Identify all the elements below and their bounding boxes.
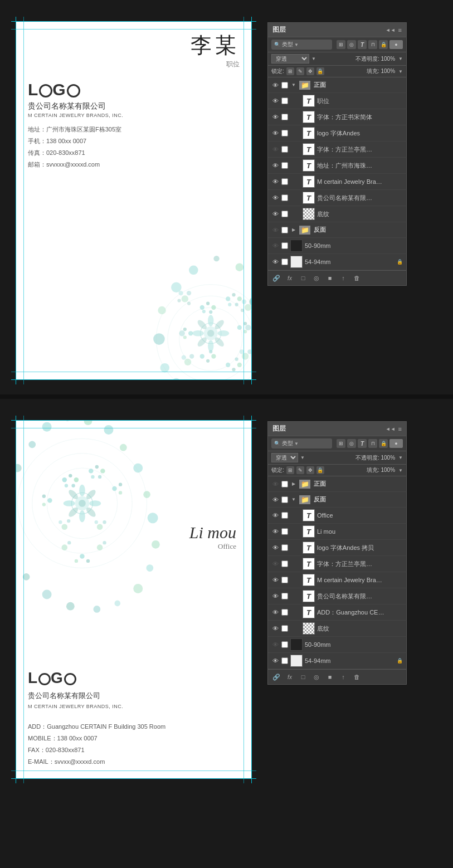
link-icon-2[interactable]: 🔗	[271, 672, 281, 682]
group-arrow-icon[interactable]: ▶	[290, 227, 297, 233]
filter-icon-1[interactable]: ⊞	[337, 40, 345, 49]
layer-item[interactable]: 👁50-90mm	[268, 637, 406, 653]
delete-icon[interactable]: 🗑	[352, 273, 362, 283]
layer-item[interactable]: 👁50-90mm	[268, 238, 406, 254]
layer-checkbox[interactable]	[281, 259, 288, 265]
layer-eye-icon[interactable]: 👁	[271, 608, 279, 616]
layer-item[interactable]: 👁Tlogo 字体Andes 拷贝	[268, 540, 406, 556]
fx-icon[interactable]: fx	[285, 273, 295, 283]
new-layer-icon[interactable]: ↑	[338, 273, 348, 283]
filter-toggle[interactable]: ●	[389, 40, 403, 49]
layer-item[interactable]: 👁底纹	[268, 206, 406, 222]
blend-dropdown-icon-2[interactable]: ▼	[300, 455, 305, 460]
layer-checkbox[interactable]	[281, 609, 288, 616]
layer-item[interactable]: 👁T贵公司名称某有限…	[268, 190, 406, 206]
layer-eye-icon[interactable]: 👁	[271, 496, 279, 504]
layer-item[interactable]: 👁▼📁正面	[268, 77, 406, 93]
group-icon[interactable]: ■	[325, 273, 335, 283]
mask-icon-2[interactable]: □	[298, 672, 308, 682]
delete-icon-2[interactable]: 🗑	[352, 672, 362, 682]
layer-eye-icon[interactable]: 👁	[271, 625, 279, 632]
search-row-2[interactable]: 🔍 类型 ▼	[271, 438, 332, 448]
layer-item[interactable]: 👁TM certain Jewelry Bra…	[268, 174, 406, 190]
layer-eye-icon[interactable]: 👁	[271, 657, 279, 665]
layer-checkbox[interactable]	[281, 178, 288, 185]
filter-dropdown-icon[interactable]: ▼	[294, 42, 299, 47]
filter-icon-2-3[interactable]: ⊓	[368, 439, 377, 448]
layer-eye-icon[interactable]: 👁	[271, 210, 279, 218]
layer-item[interactable]: 👁T地址：广州市海珠…	[268, 158, 406, 174]
layer-eye-icon[interactable]: 👁	[271, 511, 279, 519]
group-arrow-icon[interactable]: ▼	[290, 82, 297, 89]
fill-dropdown-icon[interactable]: ▼	[398, 69, 403, 74]
layer-checkbox[interactable]	[281, 512, 288, 519]
layer-eye-icon[interactable]: 👁	[271, 145, 279, 153]
layer-item[interactable]: 👁T字体：方正兰亭黑…	[268, 556, 406, 572]
new-layer-icon-2[interactable]: ↑	[338, 672, 348, 682]
layer-eye-icon[interactable]: 👁	[271, 81, 279, 89]
group-arrow-icon[interactable]: ▶	[290, 481, 297, 487]
lock-icon-2-3[interactable]: ✥	[306, 466, 314, 474]
layer-eye-icon[interactable]: 👁	[271, 97, 279, 105]
panel-collapse-left[interactable]: ◄◄	[386, 27, 396, 33]
layer-eye-icon[interactable]: 👁	[271, 480, 279, 488]
layer-item[interactable]: 👁▶📁正面	[268, 476, 406, 492]
lock-icon-2[interactable]: ✎	[296, 67, 304, 75]
filter-icon-2-1[interactable]: ⊞	[337, 439, 345, 448]
blend-mode-select-2[interactable]: 穿透 正常	[271, 453, 298, 462]
filter-icon-3[interactable]: ⊓	[368, 40, 377, 49]
layer-item[interactable]: 👁T贵公司名称某有限…	[268, 588, 406, 604]
filter-icon-2-2[interactable]: ◎	[347, 439, 356, 448]
layer-item[interactable]: 👁底纹	[268, 621, 406, 637]
layer-eye-icon[interactable]: 👁	[271, 226, 279, 234]
layer-eye-icon[interactable]: 👁	[271, 528, 279, 535]
layer-checkbox[interactable]	[281, 97, 288, 104]
blend-mode-select-1[interactable]: 穿透 正常 正片叠底	[271, 54, 309, 64]
layer-checkbox[interactable]	[281, 242, 288, 249]
layer-checkbox[interactable]	[281, 146, 288, 153]
layer-item[interactable]: 👁T字体：方正书宋简体	[268, 109, 406, 125]
layer-eye-icon[interactable]: 👁	[271, 592, 279, 600]
layer-checkbox[interactable]	[281, 194, 288, 201]
layer-eye-icon[interactable]: 👁	[271, 258, 279, 266]
layer-checkbox[interactable]	[281, 162, 288, 169]
panel-collapse-left-2[interactable]: ◄◄	[386, 426, 396, 432]
link-icon[interactable]: 🔗	[271, 273, 281, 283]
layer-checkbox[interactable]	[281, 560, 288, 567]
group-arrow-icon[interactable]: ▼	[290, 496, 297, 503]
adjustment-icon[interactable]: ◎	[311, 273, 322, 283]
layer-checkbox[interactable]	[281, 130, 288, 136]
layer-eye-icon[interactable]: 👁	[271, 641, 279, 648]
layer-eye-icon[interactable]: 👁	[271, 162, 279, 169]
filter-icon-4[interactable]: 🔒	[379, 40, 388, 49]
layer-eye-icon[interactable]: 👁	[271, 242, 279, 250]
layer-checkbox[interactable]	[281, 577, 288, 583]
layer-checkbox[interactable]	[281, 657, 288, 664]
layer-item[interactable]: 👁TM certain Jewelry Bra…	[268, 572, 406, 588]
layer-checkbox[interactable]	[281, 641, 288, 648]
layer-checkbox[interactable]	[281, 481, 288, 487]
layer-eye-icon[interactable]: 👁	[271, 544, 279, 552]
layer-item[interactable]: 👁▶📁反面	[268, 222, 406, 238]
layer-item[interactable]: 👁TOffice	[268, 508, 406, 524]
layer-checkbox[interactable]	[281, 82, 288, 89]
filter-toggle-2[interactable]: ●	[389, 439, 403, 448]
layer-item[interactable]: 👁54-94mm🔒	[268, 653, 406, 669]
layer-checkbox[interactable]	[281, 496, 288, 503]
opacity-dropdown-icon-2[interactable]: ▼	[398, 455, 403, 460]
layer-checkbox[interactable]	[281, 227, 288, 233]
filter-icon-2[interactable]: ◎	[347, 40, 356, 49]
blend-dropdown-icon[interactable]: ▼	[311, 56, 316, 61]
layer-eye-icon[interactable]: 👁	[271, 113, 279, 121]
filter-icon-2-t[interactable]: T	[358, 439, 367, 448]
lock-icon-2-1[interactable]: ⊞	[286, 466, 294, 474]
group-icon-2[interactable]: ■	[325, 672, 335, 682]
lock-icon-2-2[interactable]: ✎	[296, 466, 304, 474]
layer-eye-icon[interactable]: 👁	[271, 129, 279, 137]
layer-eye-icon[interactable]: 👁	[271, 178, 279, 186]
fx-icon-2[interactable]: fx	[285, 672, 295, 682]
lock-icon-4[interactable]: 🔒	[316, 67, 324, 75]
layer-item[interactable]: 👁54-94mm🔒	[268, 254, 406, 270]
layer-eye-icon[interactable]: 👁	[271, 560, 279, 568]
layer-item[interactable]: 👁Tlogo 字体Andes	[268, 125, 406, 142]
